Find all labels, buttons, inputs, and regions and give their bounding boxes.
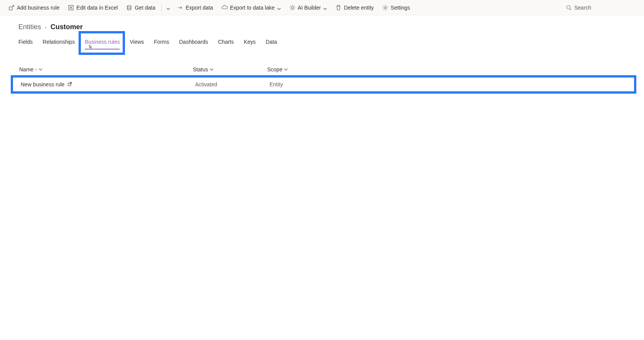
chevron-down-icon (210, 66, 214, 73)
svg-rect-0 (9, 7, 12, 10)
column-header-status-label: Status (193, 66, 208, 73)
gear-icon (382, 5, 388, 11)
cell-status: Activated (195, 81, 269, 87)
cloud-icon (222, 5, 228, 11)
tab-charts[interactable]: Charts (218, 36, 234, 50)
tab-data[interactable]: Data (266, 36, 277, 50)
get-data-label: Get data (135, 5, 155, 11)
ai-builder-button[interactable]: AI Builder (286, 2, 331, 13)
command-divider (161, 4, 162, 12)
tab-relationships[interactable]: Relationships (43, 36, 75, 50)
sort-ascending-icon: ↑ (35, 67, 37, 72)
annotation-row-highlight: New business rule Activated Entity (11, 75, 636, 94)
database-icon (126, 5, 132, 11)
svg-point-4 (384, 7, 386, 8)
chevron-down-icon (166, 6, 170, 10)
add-rule-icon (8, 5, 15, 11)
breadcrumb: Entities › Customer (18, 23, 632, 31)
content-area: Entities › Customer Fields Relationships… (0, 15, 644, 340)
tab-forms[interactable]: Forms (154, 36, 169, 50)
open-external-icon[interactable] (67, 81, 72, 87)
svg-point-2 (127, 5, 131, 7)
tab-keys[interactable]: Keys (244, 36, 256, 50)
cell-scope: Entity (269, 81, 634, 87)
breadcrumb-root[interactable]: Entities (18, 23, 41, 31)
settings-button[interactable]: Settings (378, 2, 414, 13)
edit-in-excel-button[interactable]: Edit data in Excel (64, 2, 122, 13)
cell-name-text: New business rule (21, 81, 64, 87)
command-bar-left: Add business rule Edit data in Excel Get… (5, 2, 414, 13)
export-data-label: Export data (186, 5, 213, 11)
table-header-row: Name ↑ Status Scope (18, 63, 632, 76)
column-header-name[interactable]: Name ↑ (18, 66, 193, 73)
tab-business-rules-label: Business rules (85, 39, 120, 45)
business-rules-table: Name ↑ Status Scope New business rule (18, 63, 632, 94)
svg-point-5 (567, 5, 570, 9)
get-data-dropdown-button[interactable] (164, 3, 172, 12)
column-header-status[interactable]: Status (193, 66, 267, 73)
ai-builder-label: AI Builder (298, 5, 321, 11)
export-icon (177, 5, 183, 11)
column-header-name-label: Name (19, 66, 33, 73)
breadcrumb-current: Customer (51, 23, 83, 31)
excel-icon (68, 5, 74, 11)
export-data-button[interactable]: Export data (173, 2, 217, 13)
column-header-scope[interactable]: Scope (267, 66, 632, 73)
delete-entity-label: Delete entity (344, 5, 374, 11)
chevron-down-icon (323, 6, 327, 10)
tab-fields[interactable]: Fields (18, 36, 33, 50)
chevron-down-icon (39, 66, 43, 73)
search-icon (566, 5, 572, 11)
add-business-rule-label: Add business rule (17, 5, 59, 11)
tab-dashboards[interactable]: Dashboards (179, 36, 208, 50)
command-bar: Add business rule Edit data in Excel Get… (0, 0, 644, 15)
tab-strip: Fields Relationships Business rules View… (18, 36, 632, 50)
chevron-down-icon (277, 6, 281, 10)
cell-name[interactable]: New business rule (21, 81, 195, 87)
breadcrumb-separator: › (45, 24, 47, 30)
tab-business-rules[interactable]: Business rules (85, 36, 120, 50)
search-input[interactable] (574, 5, 636, 11)
add-business-rule-button[interactable]: Add business rule (5, 2, 63, 13)
column-header-scope-label: Scope (267, 66, 283, 73)
table-row[interactable]: New business rule Activated Entity (13, 78, 634, 91)
export-to-lake-button[interactable]: Export to data lake (218, 2, 285, 13)
delete-entity-button[interactable]: Delete entity (332, 2, 378, 13)
export-to-lake-label: Export to data lake (230, 5, 275, 11)
settings-label: Settings (391, 5, 410, 11)
tab-views[interactable]: Views (130, 36, 144, 50)
cursor-pointer-icon (87, 44, 93, 50)
svg-point-3 (291, 7, 294, 9)
search-box[interactable] (563, 3, 639, 12)
edit-in-excel-label: Edit data in Excel (76, 5, 118, 11)
ai-icon (289, 5, 296, 11)
trash-icon (335, 5, 342, 11)
chevron-down-icon (284, 66, 288, 73)
get-data-button[interactable]: Get data (122, 2, 159, 13)
